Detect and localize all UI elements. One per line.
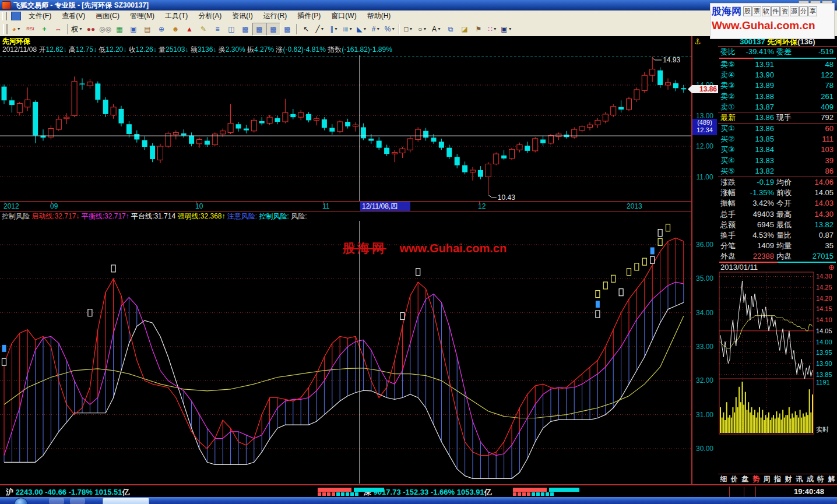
copy-icon[interactable]: ⧉	[444, 23, 458, 36]
svg-text:13.90: 13.90	[816, 360, 832, 367]
indicator-axis-label: 31.00	[692, 411, 717, 419]
quote-tab-成[interactable]: 成	[804, 474, 815, 484]
quote-info-row: 总手49403最高14.30	[718, 209, 837, 220]
quote-info-row: 分笔1409均量35	[718, 241, 837, 251]
quote-tab-周[interactable]: 周	[761, 474, 772, 484]
quote-tab-strip: 细价盘势周指财讯成特解	[718, 474, 837, 484]
dropdown-arrow-icon: ▼	[334, 23, 338, 35]
layout-4-icon[interactable]: ▩	[280, 23, 294, 36]
dropdown-arrow-icon: ▼	[437, 23, 441, 35]
layout-3-icon[interactable]: ▩	[266, 23, 280, 36]
quote-info-row: 外盘22388内盘27015	[718, 251, 837, 262]
binoculars-icon[interactable]: ◎◎	[98, 23, 112, 36]
menu-view[interactable]: 查看(V)	[57, 10, 90, 22]
menu-info[interactable]: 资讯(I)	[227, 10, 258, 22]
crosshair-price: 12.34	[692, 126, 717, 134]
svg-text:13.95: 13.95	[816, 349, 832, 356]
intraday-mini-chart[interactable]: 14.3014.2514.2014.1514.1014.0514.0013.95…	[718, 268, 837, 473]
indicator-axis-label: 33.00	[692, 343, 717, 351]
book-icon[interactable]: ▤	[140, 23, 154, 36]
menu-window[interactable]: 窗口(W)	[326, 10, 361, 22]
crosshair-bar-count: (489)	[692, 119, 717, 126]
window-title: 飞狐交易师 - 专业版 - [先河环保 SZ300137]	[13, 1, 149, 10]
guhai-watermark-center: 股海网 www.Guhai.com.cn	[343, 240, 507, 256]
channel-tool-icon[interactable]: ∥▼	[327, 23, 341, 36]
quote-tab-讯[interactable]: 讯	[794, 474, 805, 484]
buy-row: 买①13.8660	[718, 124, 837, 134]
ellipse-tool-icon[interactable]: ○▼	[416, 23, 430, 36]
brush-icon[interactable]: ✎	[196, 23, 210, 36]
guhai-slogan: 股票软件资源分享	[743, 6, 817, 16]
palette-icon[interactable]: ∷▼	[486, 23, 500, 36]
user-alert-icon[interactable]: ☻	[168, 23, 182, 36]
price-label: 11.00	[692, 173, 717, 181]
eraser-icon[interactable]: ◪	[458, 23, 472, 36]
layout-2-icon[interactable]: ▩	[252, 23, 266, 36]
price-axis: ⚓ 14.0013.0012.0011.0013.86(489)12.3436.…	[691, 36, 720, 484]
sh-gauge	[318, 488, 393, 496]
rights-adjust-button[interactable]: 权▼	[70, 23, 84, 36]
risk-indicator-chart[interactable]	[0, 221, 691, 484]
toolbar-separator	[67, 24, 68, 34]
switch-arrows-icon[interactable]: ⇔	[51, 23, 65, 36]
indicator-value-label: 强弱线:32.368↑	[175, 212, 225, 220]
rsi-icon[interactable]: RSI	[23, 23, 37, 36]
menu-manage[interactable]: 管理(M)	[125, 10, 160, 22]
split-view-icon[interactable]: ◫	[224, 23, 238, 36]
start-button[interactable]	[14, 498, 28, 504]
quote-tab-细[interactable]: 细	[718, 474, 729, 484]
calculator-icon[interactable]: ▦	[112, 23, 126, 36]
indicator-value-label: 平衡线:32.717↑	[79, 212, 129, 220]
fan-lines-tool-icon[interactable]: ◣▼	[355, 23, 369, 36]
pages-icon[interactable]: ▣	[126, 23, 140, 36]
alarm-bell-icon[interactable]: ▲	[182, 23, 196, 36]
menu-analysis[interactable]: 分析(A)	[193, 10, 227, 22]
percent-lines-tool-icon[interactable]: %▼	[383, 23, 397, 36]
date-axis: 201209101112201312/11/08,四	[0, 201, 691, 212]
quote-tab-盘[interactable]: 盘	[740, 474, 751, 484]
traffic-lights-icon[interactable]: ●●	[84, 23, 98, 36]
add-indicator-icon[interactable]: +	[37, 23, 51, 36]
save-icon[interactable]: ▣▼	[500, 23, 514, 36]
menu-run[interactable]: 运行(R)	[258, 10, 293, 22]
vertical-lines-tool-icon[interactable]: ||||▼	[341, 23, 355, 36]
menu-help[interactable]: 帮助(H)	[362, 10, 396, 22]
candlestick-chart[interactable]: 14.9310.43	[0, 55, 691, 201]
quote-tab-解[interactable]: 解	[826, 474, 837, 484]
quote-tab-价[interactable]: 价	[729, 474, 740, 484]
quote-tab-势[interactable]: 势	[751, 474, 762, 484]
rectangle-tool-icon[interactable]: □▼	[402, 23, 416, 36]
layout-1-icon[interactable]: ▩	[238, 23, 252, 36]
buy-row: 买③13.84103	[718, 144, 837, 155]
menu-file[interactable]: 文件(F)	[23, 10, 57, 22]
dropdown-arrow-icon: ▼	[79, 23, 83, 35]
search-doc-icon[interactable]: ⊕	[154, 23, 168, 36]
indicator-value-label: 控制风险	[2, 212, 30, 220]
taskbar-icon-2[interactable]	[70, 498, 85, 504]
taskbar-icon-1[interactable]	[49, 498, 64, 504]
menu-tools[interactable]: 工具(T)	[160, 10, 193, 22]
trendline-tool-icon[interactable]: ╱▼	[313, 23, 327, 36]
quote-tab-财[interactable]: 财	[783, 474, 794, 484]
sell-row: 卖④13.90122	[718, 70, 837, 80]
quote-tab-指[interactable]: 指	[772, 474, 783, 484]
list-view-icon[interactable]: ≡	[210, 23, 224, 36]
indicator-header: 控制风险 启动线:32.717↓ 平衡线:32.717↑ 平台线:31.714 …	[2, 212, 307, 220]
price-label: 12.00	[692, 142, 717, 150]
menu-grip	[2, 12, 7, 20]
flag-tool-icon[interactable]: ⚑	[472, 23, 486, 36]
taskbar-active-app[interactable]	[103, 498, 149, 504]
pointer-tool-icon[interactable]: ↖	[299, 23, 313, 36]
quote-tab-特[interactable]: 特	[815, 474, 827, 484]
gann-grid-tool-icon[interactable]: #▼	[369, 23, 383, 36]
menu-plugins[interactable]: 插件(P)	[292, 10, 326, 22]
report-icon[interactable]: ◕▼	[9, 23, 23, 36]
text-tool-icon[interactable]: A▼	[430, 23, 444, 36]
toolbar-separator	[296, 24, 297, 34]
indicator-axis-label: 32.00	[692, 376, 717, 385]
guhai-watermark-top: 股海网 股票软件资源分享 Www.Guhai.com.cn	[710, 3, 835, 39]
crosshair-price-tag: (489)12.34	[692, 119, 717, 135]
menu-screen[interactable]: 画面(C)	[90, 10, 125, 22]
svg-text:10.43: 10.43	[498, 193, 515, 201]
anchor-icon[interactable]: ⚓	[694, 37, 701, 46]
